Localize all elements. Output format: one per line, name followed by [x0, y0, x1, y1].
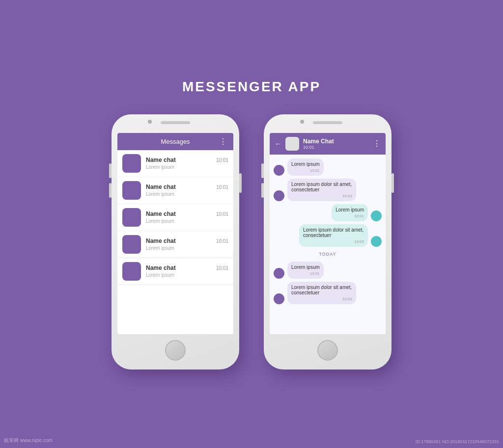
bubble-avatar-3	[371, 236, 382, 247]
bubble-time-3: 10:03	[303, 239, 364, 244]
bubble-avatar-0	[274, 165, 284, 176]
messages-menu-dots[interactable]: ⋮	[219, 137, 227, 146]
bubble-text-3: Lorem ipsum dolor sit amet, consectetuer	[303, 227, 363, 238]
message-info-0: Name chat 10:01 Lorem ipsum	[146, 157, 228, 170]
bubble-text-0: Lorem ipsum	[291, 161, 320, 167]
chat-name-2: Name chat	[146, 211, 176, 217]
message-info-4: Name chat 10:01 Lorem ipsum	[146, 264, 228, 278]
message-item[interactable]: Name chat 10:01 Lorem ipsum	[117, 150, 233, 177]
message-info-2: Name chat 10:01 Lorem ipsum	[146, 211, 228, 224]
message-list: Name chat 10:01 Lorem ipsum Name chat 10…	[117, 150, 233, 334]
avatar-1	[122, 181, 141, 200]
chat-header-time: 10:01	[303, 145, 369, 150]
home-btn-1[interactable]	[165, 340, 186, 361]
phone-screen-2: ← Name Chat 10:01 ⋮ Lorem ipsum 10:01 Lo…	[270, 133, 386, 334]
bubble-text-2: Lorem ipsum	[335, 207, 364, 212]
bubble-received-1: Lorem ipsum dolor sit amet, consectetuer…	[287, 179, 356, 201]
chat-time-0: 10:01	[216, 158, 228, 163]
vol-down-btn-1[interactable]	[109, 183, 112, 198]
bubble-time-10: 10:01	[291, 271, 320, 276]
bubble-avatar-1	[274, 190, 284, 201]
chat-time-3: 10:01	[216, 238, 228, 244]
copyright: ID:17880451 NO:20190317232546072331	[416, 439, 499, 444]
app-title: MESSENGER APP	[182, 79, 321, 95]
bubble-row-3: Lorem ipsum dolor sit amet, consectetuer…	[274, 224, 382, 247]
avatar-3	[122, 235, 141, 254]
avatar-2	[122, 208, 141, 227]
bubble-time-0: 10:01	[291, 168, 320, 173]
bubble-avatar-11	[274, 293, 284, 304]
bubble-sent-2: Lorem ipsum 10:01	[332, 204, 368, 221]
bubble-row-10: Lorem ipsum 10:01	[274, 262, 382, 279]
phone-screen-1: Messages ⋮ Name chat 10:01 Lorem ipsum N…	[117, 133, 233, 334]
vol-up-btn-2[interactable]	[261, 163, 264, 178]
chat-body: Lorem ipsum 10:01 Lorem ipsum dolor sit …	[270, 155, 386, 334]
chat-header-name: Name Chat	[303, 138, 369, 145]
bubble-received-10: Lorem ipsum 10:01	[287, 262, 324, 279]
chat-preview-3: Lorem ipsum	[146, 245, 228, 251]
power-btn-1[interactable]	[239, 173, 242, 193]
chat-name-1: Name chat	[146, 184, 176, 190]
chat-name-3: Name chat	[146, 237, 176, 244]
messages-header-label: Messages	[161, 138, 190, 145]
message-item[interactable]: Name chat 10:01 Lorem ipsum	[117, 258, 233, 285]
avatar-0	[122, 154, 141, 173]
chat-preview-1: Lorem ipsum	[146, 191, 228, 197]
phone-camera-1	[148, 120, 152, 124]
avatar-4	[122, 262, 141, 281]
message-item[interactable]: Name chat 10:01 Lorem ipsum	[117, 204, 233, 231]
home-btn-2[interactable]	[317, 340, 338, 361]
bubble-row-11: Lorem ipsum dolor sit amet, consectetuer…	[274, 282, 382, 304]
chat-menu-dots[interactable]: ⋮	[373, 139, 381, 148]
chat-time-1: 10:01	[216, 184, 228, 190]
messages-header: Messages ⋮	[117, 133, 233, 150]
chat-header-avatar	[285, 137, 299, 151]
vol-down-btn-2[interactable]	[261, 183, 264, 198]
bubble-row-0: Lorem ipsum 10:01	[274, 158, 382, 176]
message-info-1: Name chat 10:01 Lorem ipsum	[146, 184, 228, 197]
bubble-avatar-10	[274, 268, 284, 279]
bubble-time-1: 10:03	[291, 194, 352, 198]
bubble-time-11: 10:03	[291, 297, 352, 301]
bubble-row-1: Lorem ipsum dolor sit amet, consectetuer…	[274, 179, 382, 201]
chat-name-4: Name chat	[146, 264, 176, 271]
watermark: 昵享网 www.nipic.com	[4, 437, 53, 444]
chat-name-0: Name chat	[146, 157, 176, 163]
bubble-text-11: Lorem ipsum dolor sit amet, consectetuer	[291, 285, 352, 295]
bubble-received-11: Lorem ipsum dolor sit amet, consectetuer…	[287, 282, 356, 304]
bubble-avatar-2	[371, 211, 382, 221]
chat-time-2: 10:01	[216, 211, 228, 217]
phone-1: Messages ⋮ Name chat 10:01 Lorem ipsum N…	[112, 114, 239, 369]
bubble-time-2: 10:01	[335, 214, 364, 218]
vol-up-btn-1[interactable]	[109, 163, 112, 178]
chat-header: ← Name Chat 10:01 ⋮	[270, 133, 386, 155]
chat-preview-0: Lorem ipsum	[146, 164, 228, 170]
message-item[interactable]: Name chat 10:01 Lorem ipsum	[117, 231, 233, 258]
power-btn-2[interactable]	[391, 173, 394, 193]
bubble-row-2: Lorem ipsum 10:01	[274, 204, 382, 221]
day-divider: TODAY	[274, 250, 382, 259]
phones-container: Messages ⋮ Name chat 10:01 Lorem ipsum N…	[112, 114, 391, 369]
chat-preview-2: Lorem ipsum	[146, 218, 228, 224]
bubble-text-10: Lorem ipsum	[291, 264, 320, 270]
message-info-3: Name chat 10:01 Lorem ipsum	[146, 237, 228, 251]
phone-camera-2	[300, 120, 304, 124]
chat-time-4: 10:01	[216, 265, 228, 271]
bubble-text-1: Lorem ipsum dolor sit amet, consectetuer	[291, 182, 352, 192]
bubble-sent-3: Lorem ipsum dolor sit amet, consectetuer…	[299, 224, 368, 247]
chat-preview-4: Lorem ipsum	[146, 272, 228, 278]
bubble-received-0: Lorem ipsum 10:01	[287, 158, 324, 176]
phone-2: ← Name Chat 10:01 ⋮ Lorem ipsum 10:01 Lo…	[264, 114, 391, 369]
message-item[interactable]: Name chat 10:01 Lorem ipsum	[117, 177, 233, 204]
chat-header-info: Name Chat 10:01	[303, 138, 369, 150]
back-button[interactable]: ←	[275, 140, 281, 148]
